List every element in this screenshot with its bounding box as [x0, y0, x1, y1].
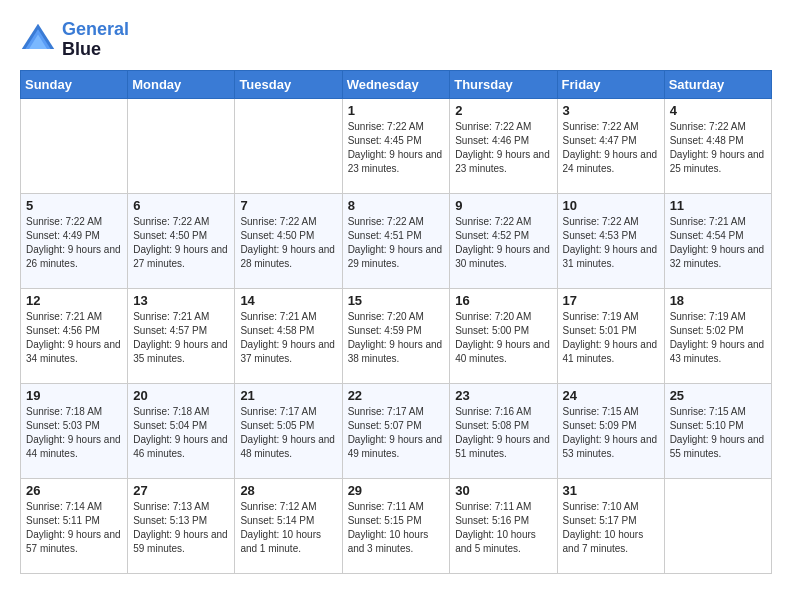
calendar-cell: 23Sunrise: 7:16 AM Sunset: 5:08 PM Dayli… [450, 383, 557, 478]
calendar-cell: 7Sunrise: 7:22 AM Sunset: 4:50 PM Daylig… [235, 193, 342, 288]
weekday-header: Sunday [21, 70, 128, 98]
calendar-cell: 14Sunrise: 7:21 AM Sunset: 4:58 PM Dayli… [235, 288, 342, 383]
calendar-cell: 20Sunrise: 7:18 AM Sunset: 5:04 PM Dayli… [128, 383, 235, 478]
calendar-cell: 29Sunrise: 7:11 AM Sunset: 5:15 PM Dayli… [342, 478, 450, 573]
day-info: Sunrise: 7:15 AM Sunset: 5:09 PM Dayligh… [563, 405, 659, 461]
calendar-header-row: SundayMondayTuesdayWednesdayThursdayFrid… [21, 70, 772, 98]
day-info: Sunrise: 7:21 AM Sunset: 4:54 PM Dayligh… [670, 215, 766, 271]
day-number: 2 [455, 103, 551, 118]
calendar-cell: 28Sunrise: 7:12 AM Sunset: 5:14 PM Dayli… [235, 478, 342, 573]
day-info: Sunrise: 7:22 AM Sunset: 4:51 PM Dayligh… [348, 215, 445, 271]
day-info: Sunrise: 7:22 AM Sunset: 4:48 PM Dayligh… [670, 120, 766, 176]
day-info: Sunrise: 7:11 AM Sunset: 5:16 PM Dayligh… [455, 500, 551, 556]
day-number: 16 [455, 293, 551, 308]
day-info: Sunrise: 7:10 AM Sunset: 5:17 PM Dayligh… [563, 500, 659, 556]
calendar-cell: 31Sunrise: 7:10 AM Sunset: 5:17 PM Dayli… [557, 478, 664, 573]
calendar-cell: 21Sunrise: 7:17 AM Sunset: 5:05 PM Dayli… [235, 383, 342, 478]
day-info: Sunrise: 7:22 AM Sunset: 4:47 PM Dayligh… [563, 120, 659, 176]
day-info: Sunrise: 7:19 AM Sunset: 5:02 PM Dayligh… [670, 310, 766, 366]
day-number: 30 [455, 483, 551, 498]
day-info: Sunrise: 7:18 AM Sunset: 5:04 PM Dayligh… [133, 405, 229, 461]
day-number: 12 [26, 293, 122, 308]
day-info: Sunrise: 7:11 AM Sunset: 5:15 PM Dayligh… [348, 500, 445, 556]
day-number: 15 [348, 293, 445, 308]
logo: General Blue [20, 20, 129, 60]
day-number: 3 [563, 103, 659, 118]
day-number: 4 [670, 103, 766, 118]
calendar-cell: 18Sunrise: 7:19 AM Sunset: 5:02 PM Dayli… [664, 288, 771, 383]
day-number: 19 [26, 388, 122, 403]
weekday-header: Wednesday [342, 70, 450, 98]
day-info: Sunrise: 7:17 AM Sunset: 5:05 PM Dayligh… [240, 405, 336, 461]
day-number: 1 [348, 103, 445, 118]
day-info: Sunrise: 7:22 AM Sunset: 4:45 PM Dayligh… [348, 120, 445, 176]
day-info: Sunrise: 7:21 AM Sunset: 4:57 PM Dayligh… [133, 310, 229, 366]
day-number: 6 [133, 198, 229, 213]
calendar-cell [128, 98, 235, 193]
calendar-cell: 12Sunrise: 7:21 AM Sunset: 4:56 PM Dayli… [21, 288, 128, 383]
calendar-week-row: 19Sunrise: 7:18 AM Sunset: 5:03 PM Dayli… [21, 383, 772, 478]
calendar-week-row: 5Sunrise: 7:22 AM Sunset: 4:49 PM Daylig… [21, 193, 772, 288]
day-info: Sunrise: 7:20 AM Sunset: 5:00 PM Dayligh… [455, 310, 551, 366]
day-number: 7 [240, 198, 336, 213]
calendar-cell: 16Sunrise: 7:20 AM Sunset: 5:00 PM Dayli… [450, 288, 557, 383]
calendar-cell: 15Sunrise: 7:20 AM Sunset: 4:59 PM Dayli… [342, 288, 450, 383]
calendar-cell: 27Sunrise: 7:13 AM Sunset: 5:13 PM Dayli… [128, 478, 235, 573]
day-info: Sunrise: 7:14 AM Sunset: 5:11 PM Dayligh… [26, 500, 122, 556]
day-number: 11 [670, 198, 766, 213]
calendar-cell: 30Sunrise: 7:11 AM Sunset: 5:16 PM Dayli… [450, 478, 557, 573]
day-number: 22 [348, 388, 445, 403]
weekday-header: Thursday [450, 70, 557, 98]
calendar-cell: 26Sunrise: 7:14 AM Sunset: 5:11 PM Dayli… [21, 478, 128, 573]
calendar-cell: 1Sunrise: 7:22 AM Sunset: 4:45 PM Daylig… [342, 98, 450, 193]
day-number: 21 [240, 388, 336, 403]
day-number: 20 [133, 388, 229, 403]
weekday-header: Monday [128, 70, 235, 98]
calendar-cell: 4Sunrise: 7:22 AM Sunset: 4:48 PM Daylig… [664, 98, 771, 193]
day-number: 25 [670, 388, 766, 403]
calendar-cell [664, 478, 771, 573]
day-number: 27 [133, 483, 229, 498]
calendar-cell: 9Sunrise: 7:22 AM Sunset: 4:52 PM Daylig… [450, 193, 557, 288]
day-info: Sunrise: 7:13 AM Sunset: 5:13 PM Dayligh… [133, 500, 229, 556]
calendar-cell: 13Sunrise: 7:21 AM Sunset: 4:57 PM Dayli… [128, 288, 235, 383]
calendar-cell: 2Sunrise: 7:22 AM Sunset: 4:46 PM Daylig… [450, 98, 557, 193]
day-info: Sunrise: 7:22 AM Sunset: 4:53 PM Dayligh… [563, 215, 659, 271]
day-number: 14 [240, 293, 336, 308]
day-number: 13 [133, 293, 229, 308]
day-info: Sunrise: 7:22 AM Sunset: 4:50 PM Dayligh… [133, 215, 229, 271]
page-header: General Blue [20, 20, 772, 60]
calendar-cell: 5Sunrise: 7:22 AM Sunset: 4:49 PM Daylig… [21, 193, 128, 288]
day-info: Sunrise: 7:12 AM Sunset: 5:14 PM Dayligh… [240, 500, 336, 556]
day-number: 23 [455, 388, 551, 403]
calendar-week-row: 1Sunrise: 7:22 AM Sunset: 4:45 PM Daylig… [21, 98, 772, 193]
day-number: 26 [26, 483, 122, 498]
day-info: Sunrise: 7:16 AM Sunset: 5:08 PM Dayligh… [455, 405, 551, 461]
day-info: Sunrise: 7:21 AM Sunset: 4:58 PM Dayligh… [240, 310, 336, 366]
weekday-header: Friday [557, 70, 664, 98]
calendar-cell: 22Sunrise: 7:17 AM Sunset: 5:07 PM Dayli… [342, 383, 450, 478]
calendar-cell: 6Sunrise: 7:22 AM Sunset: 4:50 PM Daylig… [128, 193, 235, 288]
day-number: 31 [563, 483, 659, 498]
calendar-table: SundayMondayTuesdayWednesdayThursdayFrid… [20, 70, 772, 574]
calendar-cell: 17Sunrise: 7:19 AM Sunset: 5:01 PM Dayli… [557, 288, 664, 383]
day-info: Sunrise: 7:18 AM Sunset: 5:03 PM Dayligh… [26, 405, 122, 461]
calendar-cell: 24Sunrise: 7:15 AM Sunset: 5:09 PM Dayli… [557, 383, 664, 478]
calendar-cell: 8Sunrise: 7:22 AM Sunset: 4:51 PM Daylig… [342, 193, 450, 288]
day-info: Sunrise: 7:19 AM Sunset: 5:01 PM Dayligh… [563, 310, 659, 366]
day-info: Sunrise: 7:22 AM Sunset: 4:52 PM Dayligh… [455, 215, 551, 271]
calendar-cell: 3Sunrise: 7:22 AM Sunset: 4:47 PM Daylig… [557, 98, 664, 193]
day-number: 17 [563, 293, 659, 308]
calendar-cell: 10Sunrise: 7:22 AM Sunset: 4:53 PM Dayli… [557, 193, 664, 288]
calendar-cell: 11Sunrise: 7:21 AM Sunset: 4:54 PM Dayli… [664, 193, 771, 288]
calendar-week-row: 26Sunrise: 7:14 AM Sunset: 5:11 PM Dayli… [21, 478, 772, 573]
day-info: Sunrise: 7:17 AM Sunset: 5:07 PM Dayligh… [348, 405, 445, 461]
day-number: 28 [240, 483, 336, 498]
day-number: 5 [26, 198, 122, 213]
day-info: Sunrise: 7:15 AM Sunset: 5:10 PM Dayligh… [670, 405, 766, 461]
day-info: Sunrise: 7:22 AM Sunset: 4:49 PM Dayligh… [26, 215, 122, 271]
logo-text: General Blue [62, 20, 129, 60]
day-info: Sunrise: 7:21 AM Sunset: 4:56 PM Dayligh… [26, 310, 122, 366]
day-info: Sunrise: 7:22 AM Sunset: 4:46 PM Dayligh… [455, 120, 551, 176]
calendar-week-row: 12Sunrise: 7:21 AM Sunset: 4:56 PM Dayli… [21, 288, 772, 383]
